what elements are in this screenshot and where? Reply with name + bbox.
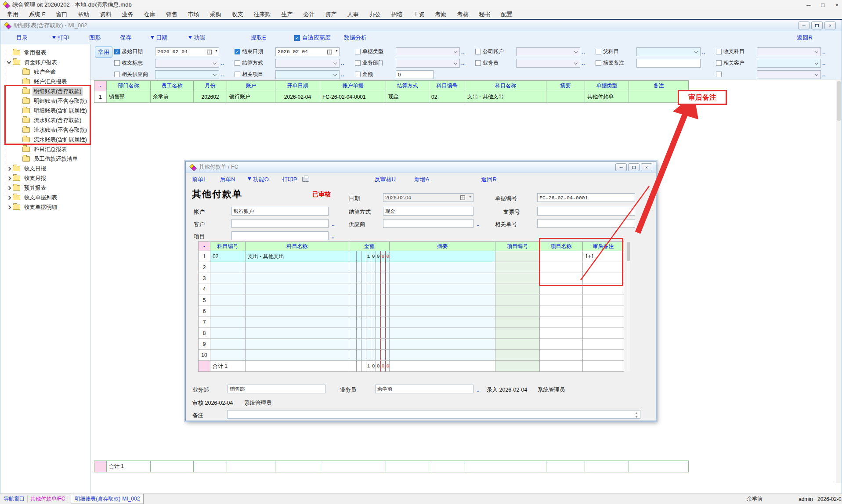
dialog-grid-row[interactable]: 10 bbox=[199, 350, 624, 361]
dialog-grid-cell[interactable] bbox=[390, 262, 495, 273]
ellipsis-button[interactable]: .. bbox=[332, 221, 335, 227]
menu-item-8[interactable]: 市场 bbox=[183, 10, 205, 19]
ellipsis-button[interactable]: .. bbox=[332, 234, 335, 240]
dialog-grid-cell[interactable] bbox=[495, 295, 540, 306]
report-cell[interactable]: 银行账户 bbox=[227, 91, 275, 103]
unaudit-button[interactable]: 反审核U bbox=[374, 176, 395, 184]
checkbox[interactable] bbox=[114, 60, 120, 66]
dialog-grid-cell[interactable] bbox=[246, 295, 349, 306]
dialog-grid-cell[interactable] bbox=[210, 295, 246, 306]
expander-icon[interactable] bbox=[7, 60, 11, 64]
dialog-grid-cell[interactable] bbox=[390, 251, 495, 262]
report-row[interactable]: 1销售部余学前202602银行账户2026-02-04FC-26-02-04-0… bbox=[94, 91, 689, 103]
next-doc-button[interactable]: 后单N bbox=[220, 176, 235, 184]
dialog-grid-cell[interactable] bbox=[495, 317, 540, 328]
combo-box[interactable] bbox=[757, 47, 821, 56]
dialog-grid-cell[interactable] bbox=[246, 262, 349, 273]
project-field[interactable] bbox=[231, 231, 329, 240]
menu-item-2[interactable]: 窗口 bbox=[51, 10, 73, 19]
dialog-grid-row[interactable]: 102支出 - 其他支出100001+1 bbox=[199, 251, 624, 262]
date-field[interactable]: 2026-02-04 ▼ bbox=[383, 193, 473, 202]
menu-item-22[interactable]: 配置 bbox=[496, 10, 518, 19]
calendar-icon[interactable] bbox=[327, 50, 332, 54]
common-filter-button[interactable]: 常用 bbox=[95, 47, 112, 58]
dialog-grid-cell[interactable]: 5 bbox=[199, 295, 210, 306]
back-button[interactable]: 返回R bbox=[797, 34, 813, 42]
spinner-icon[interactable]: ▲▼ bbox=[634, 411, 639, 418]
ellipsis-button[interactable]: .. bbox=[461, 60, 465, 66]
dialog-grid-cell[interactable]: 7 bbox=[199, 317, 210, 328]
menu-item-4[interactable]: 资料 bbox=[95, 10, 117, 19]
ellipsis-button[interactable]: .. bbox=[822, 72, 826, 78]
child-minimize-button[interactable]: ─ bbox=[798, 22, 809, 29]
checkbox[interactable] bbox=[596, 60, 601, 66]
dialog-minimize-button[interactable]: ─ bbox=[615, 163, 627, 171]
close-icon[interactable]: × bbox=[835, 2, 838, 8]
dialog-grid-cell[interactable] bbox=[390, 295, 495, 306]
tree-item[interactable]: 预算报表 bbox=[0, 183, 90, 193]
doc-no-field[interactable]: FC-26-02-04-0001 bbox=[537, 193, 635, 202]
dialog-grid-cell[interactable] bbox=[246, 284, 349, 295]
menu-item-20[interactable]: 考核 bbox=[452, 10, 474, 19]
tree-item[interactable]: 常用报表 bbox=[0, 48, 90, 58]
dialog-grid-cell[interactable]: 合计 1 bbox=[210, 361, 246, 372]
dialog-grid-row[interactable]: 7 bbox=[199, 317, 624, 328]
nav-window-tab[interactable]: 导航窗口 bbox=[4, 495, 25, 503]
dialog-grid-row[interactable]: 9 bbox=[199, 339, 624, 350]
menu-item-16[interactable]: 办公 bbox=[364, 10, 386, 19]
ellipsis-button[interactable]: .. bbox=[822, 60, 826, 66]
ellipsis-button[interactable]: .. bbox=[582, 49, 585, 55]
dialog-grid-cell[interactable] bbox=[540, 339, 583, 350]
prev-doc-button[interactable]: 前单L bbox=[192, 176, 206, 184]
combo-box[interactable] bbox=[396, 59, 460, 68]
dialog-grid-cell[interactable] bbox=[540, 284, 583, 295]
dialog-grid-cell[interactable] bbox=[210, 350, 246, 361]
dialog-grid-cell[interactable] bbox=[210, 328, 246, 339]
maximize-icon[interactable]: □ bbox=[821, 2, 825, 8]
related-no-field[interactable] bbox=[537, 219, 635, 228]
tree-item[interactable]: 资金账户报表 bbox=[0, 58, 90, 67]
account-field[interactable]: 银行账户 bbox=[231, 207, 329, 216]
dialog-grid-cell[interactable]: 6 bbox=[199, 306, 210, 317]
tree-item[interactable]: 收支月报 bbox=[0, 173, 90, 183]
dialog-grid-cell[interactable] bbox=[210, 284, 246, 295]
graph-button[interactable]: 图形 bbox=[89, 34, 101, 42]
expander-icon[interactable] bbox=[7, 176, 11, 180]
dialog-grid-cell[interactable]: 9 bbox=[199, 339, 210, 350]
child-close-button[interactable]: × bbox=[824, 22, 836, 29]
dialog-grid-cell[interactable] bbox=[246, 317, 349, 328]
dialog-grid-cell[interactable] bbox=[390, 328, 495, 339]
text-input[interactable] bbox=[636, 59, 701, 68]
dialog-grid-cell[interactable]: 4 bbox=[199, 284, 210, 295]
checkbox[interactable] bbox=[475, 49, 481, 54]
menu-item-17[interactable]: 招培 bbox=[386, 10, 408, 19]
dialog-grid-cell[interactable] bbox=[390, 339, 495, 350]
checkbox[interactable]: ✓ bbox=[114, 49, 120, 54]
menu-item-14[interactable]: 资产 bbox=[320, 10, 342, 19]
dialog-grid-cell[interactable] bbox=[246, 350, 349, 361]
dialog-grid-cell[interactable] bbox=[390, 317, 495, 328]
checkbox[interactable] bbox=[235, 60, 240, 66]
dialog-grid-cell[interactable]: 1+1 bbox=[583, 251, 624, 262]
combo-box[interactable] bbox=[275, 70, 340, 79]
calendar-icon[interactable] bbox=[207, 50, 212, 54]
dialog-grid-scrollbar[interactable] bbox=[627, 241, 630, 371]
dialog-grid-cell[interactable] bbox=[583, 361, 624, 372]
dialog-grid-cell[interactable] bbox=[390, 350, 495, 361]
menu-item-10[interactable]: 收支 bbox=[227, 10, 249, 19]
tree-item[interactable]: 流水账表(含扩展属性) bbox=[0, 135, 90, 144]
menu-item-9[interactable]: 采购 bbox=[205, 10, 227, 19]
ellipsis-button[interactable]: .. bbox=[477, 387, 480, 393]
dialog-grid-cell[interactable] bbox=[349, 295, 390, 306]
dropdown-icon[interactable]: ▼ bbox=[215, 49, 218, 52]
dialog-grid-cell[interactable] bbox=[540, 328, 583, 339]
dialog-grid-cell[interactable] bbox=[349, 262, 390, 273]
autofit-checkbox[interactable]: ✓ bbox=[294, 35, 300, 41]
dialog-grid-cell[interactable] bbox=[583, 328, 624, 339]
dialog-grid-cell[interactable] bbox=[246, 328, 349, 339]
dialog-grid-row[interactable]: 4 bbox=[199, 284, 624, 295]
dialog-grid-cell[interactable] bbox=[540, 295, 583, 306]
dialog-grid-cell[interactable] bbox=[495, 339, 540, 350]
tree-item[interactable]: 账户汇总报表 bbox=[0, 77, 90, 86]
save-button[interactable]: 保存 bbox=[120, 34, 131, 42]
